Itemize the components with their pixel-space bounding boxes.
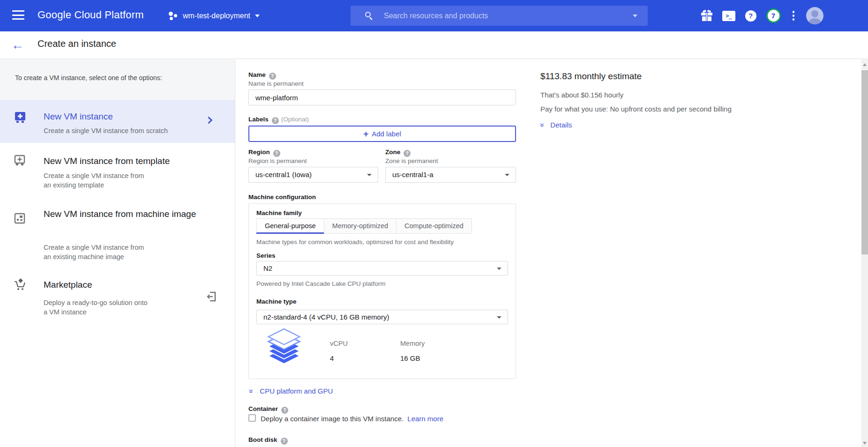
chevron-down-icon bbox=[255, 15, 260, 17]
region-label: Region bbox=[248, 149, 270, 156]
sidebar-item-subtitle: Deploy a ready-to-go solution onto a VM … bbox=[44, 298, 148, 317]
series-value: N2 bbox=[263, 264, 272, 272]
gcp-logo[interactable]: Google Cloud Platform bbox=[37, 9, 144, 21]
name-label-row: Name? bbox=[248, 70, 276, 80]
container-checkbox-text: Deploy a container image to this VM inst… bbox=[261, 415, 404, 423]
add-label-button[interactable]: +Add label bbox=[248, 126, 516, 142]
series-hint: Powered by Intel Cascade Lake CPU platfo… bbox=[256, 280, 385, 287]
sidebar-item-title: New VM instance from template bbox=[44, 154, 170, 168]
zone-hint: Zone is permanent bbox=[385, 157, 438, 164]
sidebar-intro-text: To create a VM instance, select one of t… bbox=[15, 74, 162, 82]
boot-disk-label-row: Boot disk? bbox=[248, 435, 288, 445]
scrollbar-down-arrow[interactable] bbox=[863, 442, 867, 445]
sidebar-item-new-vm-instance[interactable]: New VM instance Create a single VM insta… bbox=[0, 100, 235, 143]
expand-chevron-icon: » bbox=[538, 123, 546, 127]
region-value: us-central1 (Iowa) bbox=[255, 171, 312, 179]
sidebar-item-subtitle: Create a single VM instance from an exis… bbox=[44, 171, 144, 190]
details-link: Details bbox=[550, 121, 572, 129]
scrollbar-thumb[interactable] bbox=[861, 70, 868, 254]
sidebar-item-marketplace[interactable]: Marketplace Deploy a ready-to-go solutio… bbox=[0, 272, 235, 328]
back-arrow[interactable]: ← bbox=[11, 37, 24, 53]
plus-icon: + bbox=[363, 129, 368, 139]
gift-icon[interactable] bbox=[701, 10, 712, 21]
sidebar-item-new-vm-from-machine-image[interactable]: New VM instance from machine image Creat… bbox=[0, 199, 235, 272]
vm-template-icon bbox=[14, 154, 26, 167]
region-label-row: Region? bbox=[248, 148, 280, 157]
region-select[interactable]: us-central1 (Iowa) bbox=[248, 167, 378, 183]
machine-type-value: n2-standard-4 (4 vCPU, 16 GB memory) bbox=[263, 313, 389, 321]
help-icon[interactable]: ? bbox=[281, 407, 288, 414]
sidebar-item-title: Marketplace bbox=[44, 278, 92, 292]
sidebar-item-title: New VM instance from machine image bbox=[44, 207, 217, 221]
memory-label: Memory bbox=[400, 340, 425, 347]
tab-compute-optimized[interactable]: Compute-optimized bbox=[396, 218, 472, 234]
help-icon[interactable]: ? bbox=[745, 10, 756, 22]
tab-general-purpose[interactable]: General-purpose bbox=[256, 218, 324, 234]
notification-badge[interactable]: 7 bbox=[766, 8, 781, 23]
help-icon[interactable]: ? bbox=[269, 73, 276, 80]
sidebar: To create a VM instance, select one of t… bbox=[0, 60, 235, 447]
dropdown-caret bbox=[367, 174, 372, 176]
top-bar: Google Cloud Platform wm-test-deployment… bbox=[0, 0, 868, 31]
name-label: Name bbox=[248, 71, 266, 78]
scrollbar[interactable] bbox=[861, 60, 868, 447]
boot-disk-label: Boot disk bbox=[248, 436, 277, 443]
add-label-text: Add label bbox=[372, 130, 401, 138]
help-icon[interactable]: ? bbox=[281, 438, 288, 445]
avatar[interactable] bbox=[806, 7, 823, 24]
estimate-details-expander[interactable]: » Details bbox=[540, 121, 572, 129]
sidebar-item-subtitle: Create a single VM instance from an exis… bbox=[44, 243, 144, 261]
marketplace-cart-icon bbox=[13, 278, 27, 292]
container-label-row: Container? bbox=[248, 404, 288, 414]
project-selector[interactable]: wm-test-deployment bbox=[168, 7, 260, 24]
search-dropdown-caret[interactable] bbox=[633, 15, 637, 17]
help-icon[interactable]: ? bbox=[273, 150, 280, 157]
layers-icon bbox=[265, 328, 303, 369]
labels-label: Labels bbox=[248, 116, 269, 123]
container-text-row: Deploy a container image to this VM inst… bbox=[261, 415, 443, 423]
search-icon bbox=[365, 12, 374, 20]
tab-memory-optimized[interactable]: Memory-optimized bbox=[324, 218, 397, 234]
dropdown-caret bbox=[497, 316, 501, 319]
machine-type-select[interactable]: n2-standard-4 (4 vCPU, 16 GB memory) bbox=[256, 310, 508, 324]
cpu-gpu-expander[interactable]: » CPU platform and GPU bbox=[249, 387, 333, 395]
topbar-icon-group: >_ ? 7 bbox=[701, 0, 824, 31]
help-icon[interactable]: ? bbox=[404, 150, 411, 157]
machine-family-description: Machine types for common workloads, opti… bbox=[256, 238, 454, 246]
learn-more-link[interactable]: Learn more bbox=[407, 415, 443, 423]
sidebar-item-title: New VM instance bbox=[44, 110, 113, 124]
name-input[interactable] bbox=[248, 89, 516, 105]
page-header: ← Create an instance bbox=[0, 31, 868, 59]
project-icon bbox=[168, 11, 178, 21]
region-hint: Region is permanent bbox=[248, 157, 307, 164]
vm-instance-icon bbox=[14, 111, 26, 124]
series-select[interactable]: N2 bbox=[256, 261, 508, 276]
vcpu-value: 4 bbox=[330, 354, 334, 362]
open-in-icon bbox=[205, 291, 217, 303]
expand-chevron-icon: » bbox=[247, 389, 255, 394]
estimate-billing-note: Pay for what you use: No upfront costs a… bbox=[540, 105, 732, 113]
container-checkbox[interactable] bbox=[248, 414, 256, 422]
cpu-gpu-link: CPU platform and GPU bbox=[260, 387, 333, 395]
labels-label-row: Labels?(Optional) bbox=[248, 115, 309, 124]
help-icon[interactable]: ? bbox=[272, 117, 279, 124]
machine-family-label: Machine family bbox=[256, 209, 302, 216]
machine-type-label: Machine type bbox=[256, 298, 297, 305]
sidebar-item-subtitle: Create a single VM instance from scratch bbox=[44, 126, 168, 135]
search-input[interactable] bbox=[384, 12, 628, 20]
cloud-shell-icon[interactable]: >_ bbox=[722, 11, 735, 21]
zone-label-row: Zone? bbox=[385, 148, 411, 157]
name-hint: Name is permanent bbox=[248, 80, 304, 87]
machine-family-tabs: General-purpose Memory-optimized Compute… bbox=[256, 218, 472, 234]
zone-select[interactable]: us-central1-a bbox=[385, 167, 516, 183]
project-name: wm-test-deployment bbox=[183, 12, 250, 20]
sidebar-item-new-vm-from-template[interactable]: New VM instance from template Create a s… bbox=[0, 143, 235, 199]
zone-value: us-central1-a bbox=[392, 171, 434, 179]
machine-configuration-card: Machine family General-purpose Memory-op… bbox=[248, 203, 516, 379]
more-vert-icon[interactable] bbox=[791, 9, 797, 22]
vcpu-label: vCPU bbox=[330, 340, 348, 347]
container-label: Container bbox=[248, 405, 278, 412]
menu-icon[interactable] bbox=[12, 10, 24, 21]
machine-image-icon bbox=[14, 212, 26, 224]
scrollbar-up-arrow[interactable] bbox=[863, 63, 867, 66]
